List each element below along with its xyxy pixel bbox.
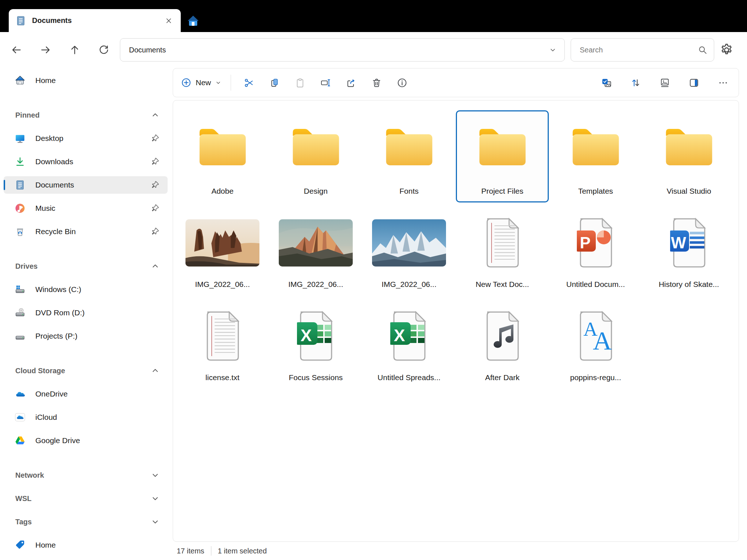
- sidebar-section-wsl[interactable]: WSL: [4, 490, 168, 507]
- tab-title: Documents: [32, 16, 163, 25]
- tag-icon: [15, 540, 26, 551]
- sidebar-section-tags[interactable]: Tags: [4, 513, 168, 531]
- file-tile-untitled-document[interactable]: Untitled Docum...: [549, 204, 642, 296]
- sidebar-item-music[interactable]: Music: [4, 200, 168, 217]
- file-tile-design[interactable]: Design: [269, 110, 362, 202]
- sidebar-item-icloud[interactable]: iCloud: [4, 409, 168, 426]
- pin-icon: [151, 204, 160, 213]
- sort-icon: [630, 78, 641, 88]
- file-list-area: Adobe Design Fonts Project Files Templat…: [173, 100, 739, 542]
- select-all-button[interactable]: [598, 74, 615, 91]
- chevron-down-icon[interactable]: [151, 471, 160, 480]
- new-button[interactable]: New: [181, 78, 222, 88]
- file-grid: Adobe Design Fonts Project Files Templat…: [176, 110, 739, 390]
- sidebar-item-recycle-bin[interactable]: Recycle Bin: [4, 223, 168, 240]
- preview-panel-icon: [689, 78, 699, 88]
- file-tile-adobe[interactable]: Adobe: [176, 110, 269, 202]
- preview-panel-button[interactable]: [685, 74, 702, 91]
- item-count: 17 items: [177, 547, 204, 555]
- chevron-up-icon[interactable]: [151, 262, 160, 271]
- status-bar: 17 items 1 item selected: [173, 542, 739, 560]
- refresh-button[interactable]: [93, 39, 115, 61]
- rename-button[interactable]: [317, 74, 334, 91]
- text-file-icon: [484, 218, 521, 268]
- paste-button[interactable]: [292, 74, 308, 91]
- folder-icon: [665, 128, 713, 166]
- sidebar-section-network[interactable]: Network: [4, 466, 168, 484]
- chevron-down-icon: [215, 79, 222, 86]
- file-tile-focus-sessions[interactable]: Focus Sessions: [269, 297, 362, 389]
- sidebar-item-documents[interactable]: Documents: [4, 176, 168, 194]
- google-drive-icon: [15, 435, 26, 446]
- file-tile-poppins-regular[interactable]: poppins-regu...: [549, 297, 642, 389]
- address-dropdown-icon[interactable]: [548, 46, 557, 54]
- share-icon: [346, 78, 356, 88]
- info-icon: [397, 78, 407, 88]
- file-tile-history-of-skate[interactable]: History of Skate...: [642, 204, 735, 296]
- file-tile-untitled-spreadsheet[interactable]: Untitled Spreads...: [363, 297, 455, 389]
- sidebar-item-tag-home[interactable]: Home: [4, 536, 168, 554]
- file-tile-img3[interactable]: IMG_2022_06...: [363, 204, 455, 296]
- chevron-up-icon[interactable]: [151, 366, 160, 375]
- address-bar[interactable]: Documents: [120, 38, 565, 62]
- navigation-toolbar: Documents Search: [0, 32, 747, 68]
- paste-icon: [295, 78, 305, 88]
- sidebar-item-google-drive[interactable]: Google Drive: [4, 432, 168, 449]
- plus-icon: [181, 78, 191, 88]
- sidebar-item-projects[interactable]: Projects (P:): [4, 327, 168, 345]
- home-icon: [15, 75, 26, 86]
- file-tile-after-dark[interactable]: After Dark: [456, 297, 549, 389]
- sidebar-section-drives[interactable]: Drives: [4, 257, 168, 275]
- info-button[interactable]: [394, 74, 410, 91]
- file-tile-templates[interactable]: Templates: [549, 110, 642, 202]
- folder-icon: [572, 128, 620, 166]
- search-placeholder: Search: [580, 46, 698, 54]
- trash-icon: [371, 78, 382, 88]
- more-options-button[interactable]: [715, 74, 731, 91]
- file-tile-new-text-doc[interactable]: New Text Doc...: [456, 204, 549, 296]
- file-tile-fonts[interactable]: Fonts: [363, 110, 455, 202]
- forward-button[interactable]: [35, 39, 56, 61]
- sidebar-item-onedrive[interactable]: OneDrive: [4, 385, 168, 403]
- pin-icon: [151, 157, 160, 166]
- folder-icon: [199, 128, 247, 166]
- dvd-drive-icon: [15, 307, 26, 318]
- file-tile-img1[interactable]: IMG_2022_06...: [176, 204, 269, 296]
- chevron-down-icon[interactable]: [151, 494, 160, 503]
- file-tile-visual-studio[interactable]: Visual Studio: [642, 110, 735, 202]
- home-tab-button[interactable]: [187, 15, 200, 28]
- cut-button[interactable]: [240, 74, 257, 91]
- image-thumbnail: [372, 219, 446, 267]
- back-button[interactable]: [5, 39, 27, 61]
- file-tile-license[interactable]: license.txt: [176, 297, 269, 389]
- copy-button[interactable]: [266, 74, 283, 91]
- delete-button[interactable]: [368, 74, 385, 91]
- chevron-up-icon[interactable]: [151, 111, 160, 119]
- tab-documents[interactable]: Documents: [9, 9, 181, 32]
- close-tab-button[interactable]: [163, 15, 175, 27]
- file-tile-img2[interactable]: IMG_2022_06...: [269, 204, 362, 296]
- chevron-down-icon[interactable]: [151, 517, 160, 526]
- sort-button[interactable]: [627, 74, 644, 91]
- copy-icon: [269, 78, 280, 88]
- sidebar-item-desktop[interactable]: Desktop: [4, 130, 168, 147]
- settings-gear-button[interactable]: [719, 43, 734, 57]
- command-bar: New: [173, 68, 739, 97]
- tab-bar: Documents: [0, 0, 747, 32]
- search-box[interactable]: Search: [571, 38, 714, 62]
- sidebar-item-home[interactable]: Home: [4, 72, 168, 89]
- sidebar-item-downloads[interactable]: Downloads: [4, 153, 168, 170]
- main-panel: New Adobe Design Fonts: [171, 68, 747, 560]
- sidebar-item-dvd-rom[interactable]: DVD Rom (D:): [4, 304, 168, 322]
- sidebar-section-cloud-storage[interactable]: Cloud Storage: [4, 362, 168, 379]
- share-button[interactable]: [343, 74, 359, 91]
- icloud-icon: [15, 412, 26, 423]
- folder-icon: [385, 128, 433, 166]
- sidebar-section-pinned[interactable]: Pinned: [4, 106, 168, 124]
- view-button[interactable]: [656, 74, 673, 91]
- up-button[interactable]: [64, 39, 86, 61]
- recycle-bin-icon: [15, 226, 26, 237]
- sidebar-item-windows-c[interactable]: Windows (C:): [4, 281, 168, 298]
- image-thumbnail: [185, 219, 259, 267]
- file-tile-project-files[interactable]: Project Files: [456, 110, 549, 202]
